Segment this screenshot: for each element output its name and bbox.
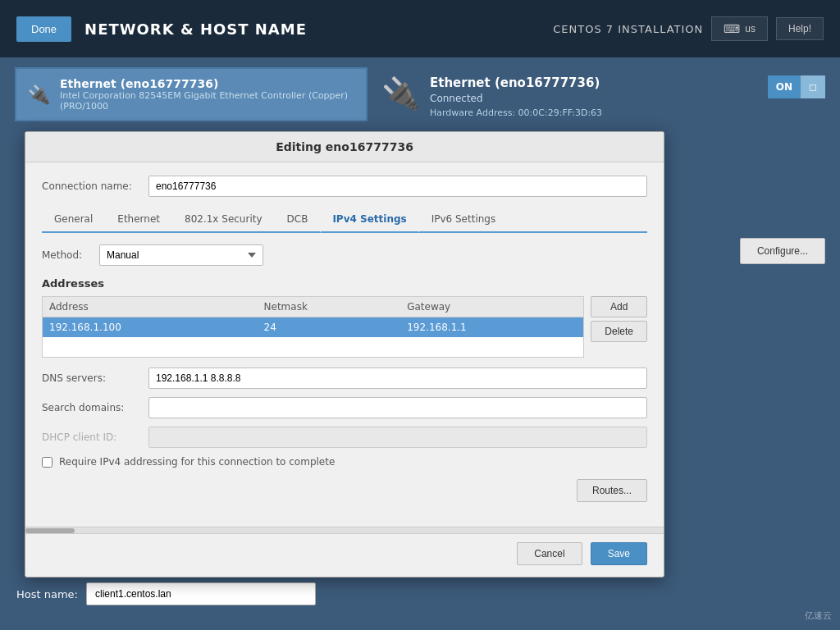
network-device-item[interactable]: 🔌 Ethernet (eno16777736) Intel Corporati…: [15, 67, 368, 121]
cell-empty-mask: [258, 337, 401, 357]
add-address-button[interactable]: Add: [591, 296, 647, 317]
tab-ipv6[interactable]: IPv6 Settings: [419, 207, 509, 231]
ipv4-required-label: Require IPv4 addressing for this connect…: [59, 456, 335, 468]
top-bar: Done NETWORK & HOST NAME CENTOS 7 INSTAL…: [0, 0, 840, 57]
cell-empty-addr: [43, 337, 258, 357]
addresses-table: Address Netmask Gateway 192.168.1.100 24…: [42, 296, 584, 358]
help-button[interactable]: Help!: [776, 17, 824, 40]
dns-input[interactable]: [148, 368, 647, 389]
cancel-button[interactable]: Cancel: [517, 542, 582, 565]
cell-netmask: 24: [258, 317, 401, 338]
right-panel: 🔌 Ethernet (eno16777736) Connected Hardw…: [381, 67, 825, 126]
addresses-title: Addresses: [42, 277, 647, 290]
hostname-input[interactable]: [86, 582, 316, 605]
cell-gateway: 192.168.1.1: [400, 317, 583, 338]
toggle-on-label: ON: [768, 75, 801, 98]
cell-empty-gw: [400, 337, 583, 357]
hostname-section: Host name:: [16, 582, 316, 605]
ipv4-checkbox-row: Require IPv4 addressing for this connect…: [42, 456, 647, 468]
edit-dialog: Editing eno16777736 Connection name: Gen…: [25, 131, 664, 578]
toggle-slider: ◻: [801, 75, 825, 98]
top-bar-right: CENTOS 7 INSTALLATION ⌨ us Help!: [553, 16, 824, 41]
dns-row: DNS servers:: [42, 368, 647, 389]
connection-name-input[interactable]: [148, 176, 647, 197]
dhcp-row: DHCP client ID:: [42, 427, 647, 448]
connection-name-label: Connection name:: [42, 180, 148, 192]
hostname-label: Host name:: [16, 588, 78, 600]
device-desc: Intel Corporation 82545EM Gigabit Ethern…: [60, 90, 354, 112]
search-domains-row: Search domains:: [42, 397, 647, 418]
toggle-button[interactable]: ON ◻: [768, 75, 825, 98]
tab-dcb[interactable]: DCB: [275, 207, 321, 231]
tab-ethernet[interactable]: Ethernet: [105, 207, 172, 231]
search-input[interactable]: [148, 397, 647, 418]
device-detail-info: Ethernet (eno16777736) Connected Hardwar…: [430, 75, 602, 118]
delete-address-button[interactable]: Delete: [591, 321, 647, 342]
watermark: 亿速云: [805, 609, 832, 622]
connection-name-row: Connection name:: [42, 176, 647, 197]
dialog-body: Connection name: General Ethernet 802.1x…: [25, 162, 664, 527]
ipv4-required-checkbox[interactable]: [42, 457, 52, 468]
address-buttons: Add Delete: [591, 296, 647, 358]
col-gateway: Gateway: [400, 297, 583, 317]
keyboard-label: us: [745, 23, 756, 34]
routes-button[interactable]: Routes...: [577, 479, 647, 502]
network-device-icon: 🔌: [28, 84, 50, 105]
device-detail-icon: 🔌: [381, 75, 420, 112]
col-address: Address: [43, 297, 258, 317]
table-row[interactable]: 192.168.1.100 24 192.168.1.1: [43, 317, 583, 338]
detail-hw-address: Hardware Address: 00:0C:29:FF:3D:63: [430, 107, 602, 118]
network-device-info: Ethernet (eno16777736) Intel Corporation…: [60, 77, 354, 112]
dhcp-input: [148, 427, 647, 448]
detail-device-status: Connected: [430, 93, 602, 104]
top-bar-left: Done NETWORK & HOST NAME: [16, 16, 307, 42]
detail-device-name: Ethernet (eno16777736): [430, 75, 602, 90]
app-title: NETWORK & HOST NAME: [84, 21, 307, 38]
addresses-container: Address Netmask Gateway 192.168.1.100 24…: [42, 296, 647, 358]
search-label: Search domains:: [42, 402, 148, 413]
routes-row: Routes...: [42, 479, 647, 502]
tabs-bar: General Ethernet 802.1x Security DCB IPv…: [42, 207, 647, 233]
dhcp-label: DHCP client ID:: [42, 431, 148, 443]
keyboard-button[interactable]: ⌨ us: [711, 16, 768, 41]
dialog-title: Editing eno16777736: [25, 132, 664, 162]
tab-8021x[interactable]: 802.1x Security: [172, 207, 275, 231]
save-button[interactable]: Save: [591, 542, 647, 565]
scroll-thumb: [25, 528, 75, 533]
dialog-footer: Cancel Save: [25, 533, 664, 577]
method-select[interactable]: Manual Automatic (DHCP) Link-Local Only …: [99, 244, 263, 266]
done-button[interactable]: Done: [16, 16, 71, 42]
method-label: Method:: [42, 249, 99, 261]
col-netmask: Netmask: [258, 297, 401, 317]
cell-address: 192.168.1.100: [43, 317, 258, 338]
configure-button[interactable]: Configure...: [740, 238, 825, 264]
method-row: Method: Manual Automatic (DHCP) Link-Loc…: [42, 244, 647, 266]
tab-ipv4[interactable]: IPv4 Settings: [320, 207, 418, 233]
install-title: CENTOS 7 INSTALLATION: [553, 23, 703, 35]
dialog-scrollbar[interactable]: [25, 527, 664, 533]
dns-label: DNS servers:: [42, 372, 148, 384]
keyboard-icon: ⌨: [724, 22, 740, 35]
device-name: Ethernet (eno16777736): [60, 77, 354, 90]
tab-general[interactable]: General: [42, 207, 105, 231]
table-row-empty[interactable]: [43, 337, 583, 357]
